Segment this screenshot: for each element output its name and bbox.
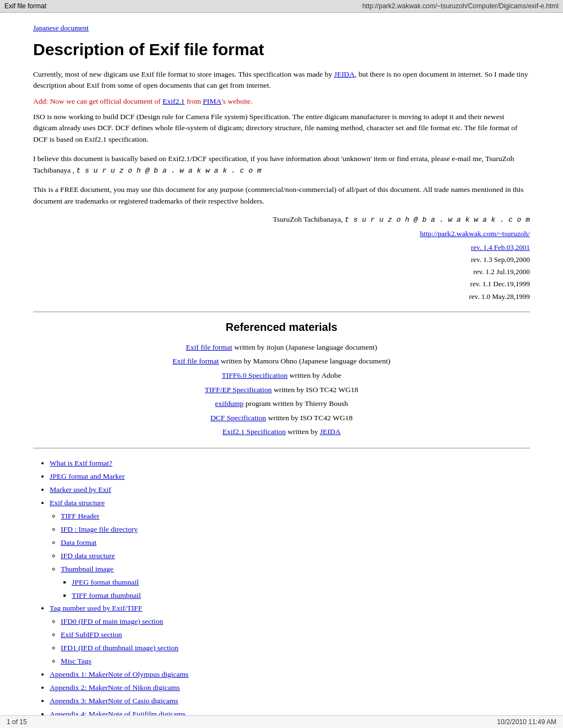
toc-item-jpeg-thumnail: JPEG format thumnail: [72, 576, 530, 589]
ref-jeida-link[interactable]: JEIDA: [320, 427, 341, 436]
toc-link-tag-number[interactable]: Tag number used by Exif/TIFF: [50, 604, 142, 612]
free-paragraph: This is a FREE document, you may use thi…: [33, 184, 530, 207]
toc-item-ifd1-section: IFD1 (IFD of thumbnail image) section: [61, 642, 530, 655]
toc-item-ifd0-section: IFD0 (IFD of main image) section: [61, 615, 530, 628]
ref-exif21-desc: written by: [286, 427, 320, 436]
ref-exif21-link[interactable]: Exif2.1 Specification: [222, 427, 286, 436]
signature-block: TsuruZoh Tachibanaya, t s u r u z o h @ …: [33, 215, 530, 224]
toc-link-marker-used[interactable]: Marker used by Exif: [50, 485, 111, 494]
page-footer: 1 of 15 10/2/2010 11:49 AM: [0, 715, 563, 728]
toc-item-misc-tags: Misc Tags: [61, 655, 530, 668]
toc-link-appendix2[interactable]: Appendix 2: MakerNote of Nikon digicams: [50, 683, 180, 692]
browser-url: http://park2.wakwak.com/~tsuruzoh/Comput…: [362, 2, 559, 10]
signature-website-block: http://park2.wakwak.com/~tsuruzoh/: [33, 229, 530, 238]
toc-link-data-format[interactable]: Data format: [61, 538, 97, 547]
ref-tiff60-desc: written by Adobe: [288, 371, 341, 379]
toc-list: What is Exif format? JPEG format and Mar…: [50, 457, 530, 728]
japanese-document-link[interactable]: Japanese document: [33, 24, 530, 33]
toc-sublist-thumbnail: JPEG format thumnail TIFF format thumbna…: [72, 576, 530, 602]
browser-chrome: Exif file format http://park2.wakwak.com…: [0, 0, 563, 13]
toc-item-tiff-thumbnail: TIFF format thumbnail: [72, 590, 530, 602]
toc-item-data-format: Data format: [61, 537, 530, 549]
ref-tiffep-link[interactable]: TIFF/EP Specification: [205, 386, 272, 394]
toc-link-jpeg-format[interactable]: JPEG format and Marker: [50, 472, 125, 480]
toc-link-misc-tags[interactable]: Misc Tags: [61, 657, 91, 665]
page-info: 1 of 15: [7, 718, 27, 726]
ref-exif-mamoru-desc: written by Mamoru Ohno (Japanese languag…: [219, 357, 391, 365]
main-title: Description of Exif file format: [33, 40, 530, 59]
toc-item-appendix1: Appendix 1: MakerNote of Olympus digicam…: [50, 668, 530, 681]
rev-12: rev. 1.2 Jul.19,2000: [474, 267, 530, 276]
toc-link-ifd1-section[interactable]: IFD1 (IFD of thumbnail image) section: [61, 644, 178, 652]
date-info: 10/2/2010 11:49 AM: [497, 718, 556, 726]
signature-email: t s u r u z o h @ b a . w a k w a k . c …: [345, 216, 530, 224]
intro-text-before-jeida: Currently, most of new digicam use Exif …: [33, 70, 334, 78]
ref-exif-mamoru-link[interactable]: Exif file format: [173, 357, 219, 365]
ref-exif-itojun-desc: written by itojun (Japanese language doc…: [232, 343, 377, 351]
ref-exifdump-desc: program written by Thierry Boush: [243, 399, 348, 408]
intro-paragraph: Currently, most of new digicam use Exif …: [33, 69, 530, 92]
add-note: Add: Now we can get official document of…: [33, 97, 530, 106]
toc-link-appendix3[interactable]: Appendix 3: MakerNote of Casio digicams: [50, 697, 178, 705]
ref-exif-itojun-link[interactable]: Exif file format: [186, 343, 232, 351]
dcf-paragraph: ISO is now working to build DCF (Design …: [33, 111, 530, 146]
toc-link-thumbnail-image[interactable]: Thumbnail image: [61, 565, 114, 573]
table-of-contents: What is Exif format? JPEG format and Mar…: [50, 457, 530, 728]
toc-sublist-tag-number: IFD0 (IFD of main image) section Exif Su…: [61, 615, 530, 668]
add-note-suffix: 's website.: [221, 97, 252, 105]
toc-item-jpeg-format: JPEG format and Marker: [50, 470, 530, 483]
toc-link-ifd0-section[interactable]: IFD0 (IFD of main image) section: [61, 617, 163, 625]
add-note-middle: from: [185, 97, 203, 105]
toc-link-tiff-thumbnail[interactable]: TIFF format thumbnail: [72, 591, 141, 599]
toc-item-tiff-header: TIFF Header: [61, 510, 530, 523]
rev-11: rev. 1.1 Dec.19,1999: [470, 280, 530, 288]
toc-item-appendix2: Appendix 2: MakerNote of Nikon digicams: [50, 682, 530, 694]
toc-sublist-exif-data: TIFF Header IFD : Image file directory D…: [61, 510, 530, 602]
add-note-prefix: Add: Now we can get official document of: [33, 97, 162, 105]
believe-paragraph: I believe this document is basically bas…: [33, 153, 530, 176]
ref-dcf-desc: written by ISO TC42 WG18: [266, 414, 353, 422]
signature-name: TsuruZoh Tachibanaya,: [273, 215, 343, 223]
browser-title: Exif file format: [4, 2, 46, 10]
toc-item-what-is-exif: What is Exif format?: [50, 457, 530, 470]
toc-item-ifd-data-structure: IFD data structure: [61, 550, 530, 563]
referenced-materials-title: Referenced materials: [33, 321, 530, 334]
toc-item-tag-number: Tag number used by Exif/TIFF IFD0 (IFD o…: [50, 602, 530, 668]
toc-link-tiff-header[interactable]: TIFF Header: [61, 512, 99, 520]
toc-link-jpeg-thumnail[interactable]: JPEG format thumnail: [72, 578, 139, 586]
page-content: Japanese document Description of Exif fi…: [0, 13, 563, 728]
toc-item-exif-data-structure: Exif data structure TIFF Header IFD : Im…: [50, 497, 530, 602]
exif21-link[interactable]: Exif2.1: [162, 97, 184, 105]
referenced-materials-list: Exif file format written by itojun (Japa…: [33, 340, 530, 439]
toc-item-exif-subifd: Exif SubIFD section: [61, 629, 530, 641]
toc-item-marker-used: Marker used by Exif: [50, 484, 530, 496]
rev-13: rev. 1.3 Sep.09,2000: [471, 255, 530, 264]
toc-link-ifd-data-structure[interactable]: IFD data structure: [61, 552, 115, 560]
jeida-link[interactable]: JEIDA: [334, 70, 355, 78]
email-italic: t s u r u z o h @ b a . w a k w a k . c …: [76, 167, 261, 175]
ref-tiff60-link[interactable]: TIFF6.0 Specification: [222, 371, 288, 379]
signature-website-link[interactable]: http://park2.wakwak.com/~tsuruzoh/: [420, 229, 530, 238]
revisions-block: rev. 1.4 Feb.03,2001 rev. 1.3 Sep.09,200…: [33, 242, 530, 302]
rev-14-link[interactable]: rev. 1.4 Feb.03,2001: [471, 243, 530, 251]
toc-link-ifd-image-file[interactable]: IFD : Image file directory: [61, 525, 137, 533]
toc-link-exif-subifd[interactable]: Exif SubIFD section: [61, 630, 122, 639]
rev-10: rev. 1.0 May.28,1999: [469, 292, 530, 301]
divider-1: [33, 312, 530, 312]
pima-link[interactable]: PIMA: [203, 97, 222, 105]
toc-item-ifd-image-file: IFD : Image file directory: [61, 523, 530, 536]
toc-link-what-is-exif[interactable]: What is Exif format?: [50, 459, 113, 467]
toc-item-appendix3: Appendix 3: MakerNote of Casio digicams: [50, 695, 530, 708]
ref-dcf-link[interactable]: DCF Specification: [210, 414, 266, 422]
ref-exifdump-link[interactable]: exifdump: [215, 399, 244, 408]
ref-tiffep-desc: written by ISO TC42 WG18: [272, 386, 358, 394]
toc-link-exif-data-structure[interactable]: Exif data structure: [50, 499, 105, 507]
toc-link-appendix1[interactable]: Appendix 1: MakerNote of Olympus digicam…: [50, 670, 189, 678]
divider-2: [33, 448, 530, 448]
toc-item-thumbnail-image: Thumbnail image JPEG format thumnail TIF…: [61, 563, 530, 602]
